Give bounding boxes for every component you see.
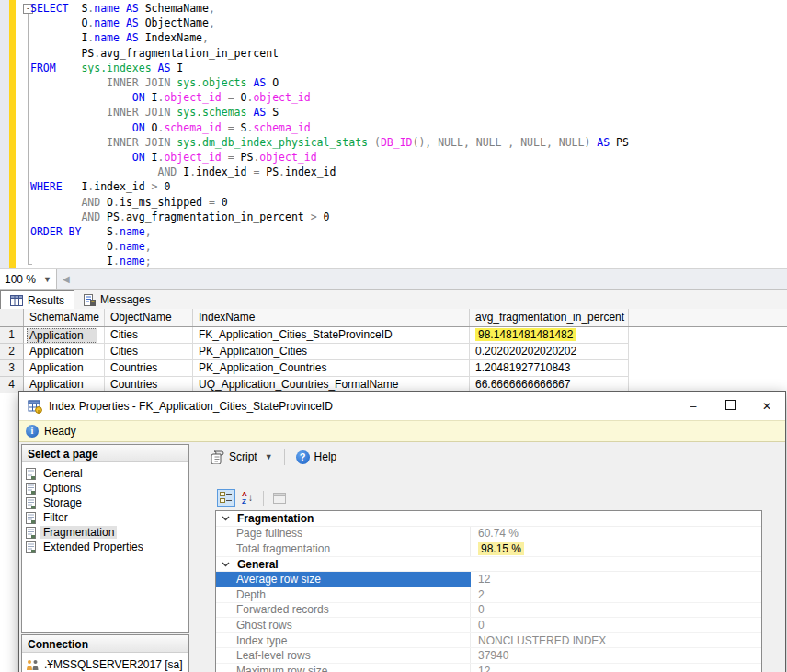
- sidebar-item-label: Fragmentation: [40, 526, 117, 539]
- grid-cell[interactable]: 0.202020202020202: [470, 344, 629, 360]
- connection-panel: Connection .¥MSSQLSERVER2017 [sa]: [21, 634, 189, 672]
- grid-column-header[interactable]: avg_fragmentation_in_percent: [470, 309, 629, 326]
- page-icon: [26, 483, 36, 495]
- page-icon: [26, 541, 36, 553]
- grid-cell[interactable]: Application: [24, 360, 105, 377]
- maximize-button[interactable]: [712, 400, 748, 413]
- property-value: 60.74 %: [471, 527, 519, 540]
- property-category-label: General: [237, 558, 279, 571]
- code-line: WHERE I.index_id > 0: [30, 179, 629, 194]
- server-connection-icon: [26, 659, 40, 671]
- property-label: Total fragmentation: [216, 541, 471, 556]
- tab-results[interactable]: Results: [0, 290, 74, 309]
- property-pages-icon: [273, 493, 286, 504]
- grid-column-header[interactable]: IndexName: [193, 309, 470, 326]
- grid-column-header[interactable]: ObjectName: [105, 309, 193, 326]
- property-label: Ghost rows: [216, 618, 471, 632]
- property-row[interactable]: Ghost rows0: [216, 618, 761, 633]
- zoom-level-dropdown[interactable]: 100 % ▼: [0, 269, 57, 289]
- categorized-view-button[interactable]: [217, 489, 235, 507]
- grid-cell[interactable]: 1.20481927710843: [470, 360, 629, 377]
- alphabetical-sort-button[interactable]: AZ↓: [238, 489, 257, 507]
- grid-cell[interactable]: 98.1481481481482: [470, 327, 629, 344]
- code-line: AND PS.avg_fragmentation_in_percent > 0: [30, 210, 629, 224]
- sidebar-item-fragmentation[interactable]: Fragmentation: [22, 525, 188, 540]
- code-line: PS.avg_fragmentation_in_percent: [30, 46, 629, 61]
- connection-item[interactable]: .¥MSSQLSERVER2017 [sa]: [22, 653, 188, 671]
- property-category[interactable]: Fragmentation: [216, 511, 761, 527]
- select-a-page-panel: Select a page GeneralOptionsStorageFilte…: [21, 444, 189, 633]
- code-line: ON O.schema_id = S.schema_id: [30, 120, 629, 135]
- grid-cell[interactable]: FK_Application_Cities_StateProvinceID: [193, 327, 470, 344]
- changed-lines-bar: [9, 0, 16, 268]
- property-value: NONCLUSTERED INDEX: [471, 634, 606, 647]
- property-row[interactable]: Maximum row size12: [216, 664, 761, 672]
- property-value: 0: [471, 619, 485, 632]
- sidebar-item-filter[interactable]: Filter: [22, 510, 188, 525]
- property-label: Forwarded records: [216, 603, 471, 618]
- property-row[interactable]: Index typeNONCLUSTERED INDEX: [216, 633, 761, 649]
- property-label: Average row size: [216, 572, 471, 587]
- scroll-left-arrow-icon[interactable]: ◀: [63, 274, 70, 284]
- property-row[interactable]: Leaf-level rows37940: [216, 648, 761, 664]
- help-button[interactable]: ? Help: [296, 450, 337, 464]
- grid-cell[interactable]: Application: [24, 327, 105, 344]
- categorized-icon: [220, 492, 233, 504]
- sidebar-item-extended-properties[interactable]: Extended Properties: [22, 540, 188, 554]
- grid-cell[interactable]: Cities: [105, 344, 193, 360]
- sidebar-item-options[interactable]: Options: [22, 481, 188, 495]
- property-pages-button[interactable]: [270, 489, 289, 507]
- page-icon: [26, 512, 36, 524]
- row-number[interactable]: 3: [0, 360, 24, 377]
- index-properties-icon: [28, 399, 42, 414]
- results-grid-icon: [10, 295, 23, 306]
- dialog-title-bar[interactable]: Index Properties - FK_Application_Cities…: [19, 392, 785, 420]
- code-line: AND I.index_id = PS.index_id: [30, 165, 629, 179]
- minimize-button[interactable]: –: [675, 400, 712, 413]
- dialog-status-text: Ready: [44, 425, 76, 438]
- property-value: 12: [471, 573, 490, 586]
- property-row[interactable]: Depth2: [216, 587, 761, 603]
- code-line: O.name AS ObjectName,: [30, 16, 629, 30]
- grid-cell[interactable]: Cities: [105, 327, 193, 344]
- property-row[interactable]: Forwarded records0: [216, 603, 761, 619]
- property-value: 0: [471, 603, 485, 616]
- property-value: 37940: [471, 649, 508, 662]
- property-category[interactable]: General: [216, 557, 761, 573]
- sidebar-item-storage[interactable]: Storage: [22, 495, 188, 510]
- grid-cell[interactable]: PK_Application_Countries: [193, 360, 470, 377]
- row-number[interactable]: 1: [0, 327, 24, 344]
- grid-cell[interactable]: PK_Application_Cities: [193, 344, 470, 360]
- results-tab-strip: Results Messages: [0, 290, 787, 309]
- info-icon: i: [26, 425, 39, 438]
- grid-column-header[interactable]: SchemaName: [24, 309, 105, 326]
- property-label: Index type: [216, 633, 471, 648]
- sidebar-item-label: Storage: [40, 496, 85, 509]
- tab-messages[interactable]: Messages: [74, 290, 160, 309]
- property-row[interactable]: Total fragmentation98.15 %: [216, 541, 761, 557]
- grid-cell[interactable]: Application: [24, 344, 105, 360]
- code-line: ORDER BY S.name,: [30, 224, 629, 239]
- script-button[interactable]: Script ▼: [211, 450, 273, 464]
- code-line: ON I.object_id = PS.object_id: [30, 150, 629, 165]
- maximize-icon: [725, 400, 736, 410]
- editor-status-bar: 100 % ▼ ◀: [0, 268, 787, 290]
- property-grid: FragmentationPage fullness60.74 %Total f…: [215, 510, 762, 672]
- code-fold-line: [28, 14, 29, 264]
- page-icon: [26, 468, 36, 480]
- row-number[interactable]: 2: [0, 344, 24, 360]
- property-row[interactable]: Average row size12: [216, 572, 761, 587]
- grid-corner-cell[interactable]: [0, 309, 24, 326]
- grid-cell[interactable]: Countries: [105, 360, 193, 377]
- script-icon: [211, 450, 224, 464]
- sidebar-item-general[interactable]: General: [22, 466, 188, 481]
- results-grid: SchemaNameObjectNameIndexNameavg_fragmen…: [0, 309, 787, 396]
- close-button[interactable]: ✕: [748, 400, 785, 413]
- sidebar-item-label: General: [40, 467, 86, 480]
- sql-editor[interactable]: - SELECT S.name AS SchemaName, O.name AS…: [0, 0, 787, 268]
- code-line: INNER JOIN sys.dm_db_index_physical_stat…: [30, 135, 629, 150]
- page-icon: [26, 527, 36, 539]
- property-row[interactable]: Page fullness60.74 %: [216, 527, 761, 542]
- grid-header-row: SchemaNameObjectNameIndexNameavg_fragmen…: [0, 309, 787, 327]
- help-button-label: Help: [314, 450, 337, 463]
